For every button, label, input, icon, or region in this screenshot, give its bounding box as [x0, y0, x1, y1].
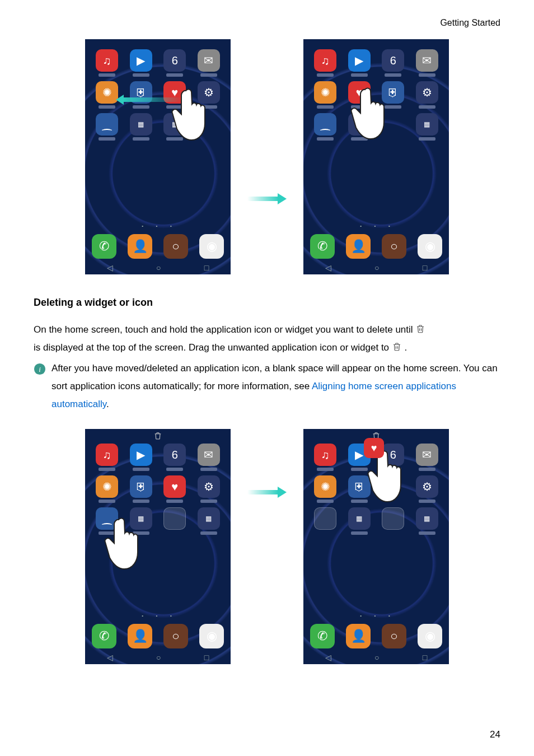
delete-target-icon — [85, 431, 231, 442]
trash-icon — [415, 323, 425, 334]
music-icon: ♫ — [96, 49, 118, 72]
phone-screenshot-after: ♫ ▶ 6 ✉ ✺ ♥ ⛨ ⚙ ⁔ ▦ ▦ • • • ✆ 👤 ○ ◉ ◁ ○ … — [303, 39, 449, 274]
music-icon: ♫ — [96, 444, 118, 466]
figure-move-icon: ♫ ▶ 6 ✉ ✺ ⛨ ♥ ⚙ ⁔ ▦ ▦ • • • ✆ 👤 ○ ◉ — [34, 39, 500, 274]
themes-icon: ✺ — [314, 475, 336, 498]
info-icon: i — [34, 363, 46, 375]
section-heading: Deleting a widget or icon — [34, 297, 500, 309]
dialer-icon: ✆ — [310, 624, 335, 648]
heart-icon: ♥ — [163, 475, 186, 498]
themes-icon: ✺ — [314, 81, 336, 104]
tools-folder-icon: ▦ — [130, 113, 152, 136]
camera-icon: ◉ — [418, 234, 442, 259]
para-text-1: On the home screen, touch and hold the a… — [34, 324, 415, 335]
themes-icon: ✺ — [96, 475, 118, 498]
browser-icon: ○ — [163, 234, 188, 259]
topapps-folder-icon: ▦ — [198, 507, 220, 530]
health-icon: ⁔ — [96, 113, 118, 136]
svg-rect-1 — [247, 197, 279, 201]
info-note: i After you have moved/deleted an applic… — [34, 360, 500, 414]
music-icon: ♫ — [314, 49, 336, 72]
email-icon: ✉ — [416, 49, 438, 72]
settings-icon: ⚙ — [198, 475, 220, 498]
dragged-app-icon: ♥ — [364, 438, 384, 458]
nav-recent-icon: □ — [204, 263, 209, 272]
topapps-folder-icon: ▦ — [416, 113, 438, 136]
music-icon: ♫ — [314, 444, 336, 466]
videos-icon: ▶ — [130, 49, 152, 72]
browser-icon: ○ — [382, 234, 406, 259]
nav-recent-icon: □ — [423, 263, 427, 272]
contacts-icon: 👤 — [128, 624, 152, 648]
figure-delete-icon: ♫ ▶ 6 ✉ ✺ ⛨ ♥ ⚙ ⁔ ▦ ▦ • • • ✆ 👤 ○ ◉ ◁ ○ … — [34, 429, 500, 664]
empty-slot — [163, 507, 186, 530]
phone-screenshot-delete-before: ♫ ▶ 6 ✉ ✺ ⛨ ♥ ⚙ ⁔ ▦ ▦ • • • ✆ 👤 ○ ◉ ◁ ○ … — [85, 429, 231, 664]
camera-icon: ◉ — [418, 624, 442, 648]
hand-touch-icon — [102, 513, 141, 575]
nav-home-icon: ○ — [156, 263, 161, 272]
videos-icon: ▶ — [130, 444, 152, 466]
para-text-2: is displayed at the top of the screen. D… — [34, 342, 392, 353]
email-icon: ✉ — [198, 49, 220, 72]
phone-screenshot-before: ♫ ▶ 6 ✉ ✺ ⛨ ♥ ⚙ ⁔ ▦ ▦ • • • ✆ 👤 ○ ◉ — [85, 39, 231, 274]
email-icon: ✉ — [198, 444, 220, 466]
flow-arrow-icon — [247, 192, 287, 206]
info-text-2: . — [106, 399, 109, 409]
calendar-icon: 6 — [163, 49, 186, 72]
email-icon: ✉ — [416, 444, 438, 466]
nav-back-icon: ◁ — [107, 653, 113, 662]
contacts-icon: 👤 — [346, 234, 371, 259]
themes-icon: ✺ — [96, 81, 118, 104]
page-number: 24 — [490, 729, 500, 740]
browser-icon: ○ — [163, 624, 188, 648]
health-icon: ⁔ — [314, 113, 336, 136]
nav-back-icon: ◁ — [107, 263, 113, 272]
camera-icon: ◉ — [199, 234, 224, 259]
settings-icon: ⚙ — [416, 475, 438, 498]
dialer-icon: ✆ — [92, 624, 116, 648]
nav-home-icon: ○ — [374, 263, 379, 272]
empty-slot — [314, 507, 336, 530]
body-paragraph: On the home screen, touch and hold the a… — [34, 321, 500, 357]
contacts-icon: 👤 — [128, 234, 152, 259]
videos-icon: ▶ — [348, 49, 371, 72]
topapps-folder-icon: ▦ — [416, 507, 438, 530]
section-header: Getting Started — [440, 18, 500, 28]
flow-arrow-icon — [247, 485, 287, 500]
para-text-3: . — [402, 342, 407, 353]
settings-icon: ⚙ — [416, 81, 438, 104]
phonemgr-icon: ⛨ — [130, 475, 152, 498]
dialer-icon: ✆ — [310, 234, 335, 259]
nav-recent-icon: □ — [204, 653, 209, 662]
contacts-icon: 👤 — [346, 624, 371, 648]
trash-icon — [392, 340, 402, 352]
nav-back-icon: ◁ — [325, 653, 331, 662]
phone-screenshot-delete-after: ♫ ▶ 6 ✉ ✺ ⛨ ⚙ ▦ ▦ ♥ • • • ✆ 👤 ○ ◉ — [303, 429, 449, 664]
tools-folder-icon: ▦ — [348, 507, 371, 530]
empty-slot — [382, 507, 404, 530]
nav-home-icon: ○ — [374, 653, 379, 662]
svg-text:i: i — [39, 365, 41, 373]
dialer-icon: ✆ — [92, 234, 116, 259]
nav-recent-icon: □ — [423, 653, 427, 662]
calendar-icon: 6 — [163, 444, 186, 466]
svg-rect-4 — [247, 490, 279, 494]
hand-touch-icon — [169, 84, 208, 146]
camera-icon: ◉ — [199, 624, 224, 648]
nav-home-icon: ○ — [156, 653, 161, 662]
hand-touch-icon — [348, 83, 387, 144]
calendar-icon: 6 — [382, 49, 404, 72]
browser-icon: ○ — [382, 624, 406, 648]
nav-back-icon: ◁ — [325, 263, 331, 272]
